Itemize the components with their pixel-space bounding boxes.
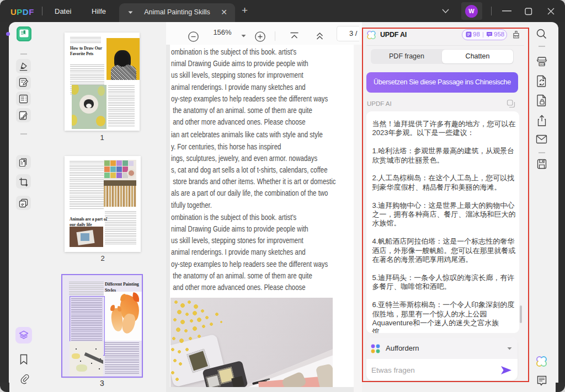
svg-text:OCR: OCR — [540, 63, 545, 66]
